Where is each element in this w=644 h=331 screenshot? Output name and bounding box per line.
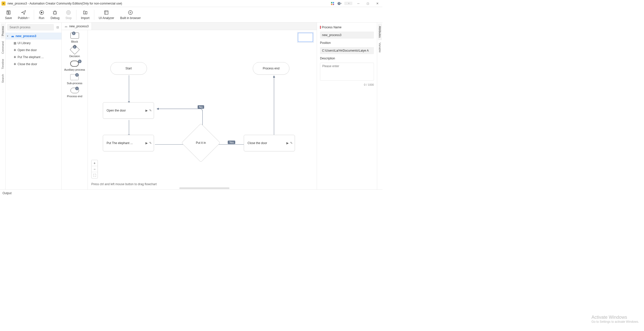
properties-panel: Process Name Position Description 0 / 10… <box>317 23 377 189</box>
node-close-door[interactable]: Close the door ▶✎ <box>244 135 295 151</box>
statusbar: Output <box>0 189 382 196</box>
svg-point-7 <box>8 12 9 14</box>
palette-end[interactable]: 1 Process end <box>67 88 82 98</box>
ui-analyzer-button[interactable]: UI Analyzer <box>96 9 117 21</box>
play-icon[interactable]: ▶ <box>286 141 289 145</box>
stack-icon: ❖ <box>13 62 17 66</box>
tree-root[interactable]: ▾ ⅏ new_process3 <box>6 33 61 40</box>
center-area: ⅏ new_process3 3 Block 1 Decision 0 <box>62 23 317 189</box>
zoom-in-button[interactable]: + <box>92 160 98 166</box>
palette-decision[interactable]: 1 Decision <box>69 46 80 58</box>
process-tree-panel: ⊟ ▾ ⅏ new_process3 ▦ UI Library ❖ Open t… <box>6 23 62 189</box>
minimap[interactable] <box>297 32 314 43</box>
decision-shape-icon <box>70 45 80 55</box>
run-icon <box>39 10 44 15</box>
svg-rect-11 <box>68 12 69 13</box>
canvas-hint: Press ctrl and left mouse button to drag… <box>91 182 157 186</box>
play-icon[interactable]: ▶ <box>145 109 148 112</box>
edit-icon[interactable]: ✎ <box>149 141 152 145</box>
svg-text:B: B <box>130 11 131 14</box>
separator <box>94 10 94 20</box>
svg-rect-2 <box>331 4 332 5</box>
stop-button: Stop <box>62 9 75 21</box>
aux-shape-icon <box>70 61 79 67</box>
ui-analyzer-icon <box>104 10 109 15</box>
description-label: Description <box>320 57 374 60</box>
help-icon[interactable]: ?▾ <box>337 1 342 6</box>
maximize-button[interactable]: ◻ <box>364 1 371 6</box>
svg-point-9 <box>54 11 56 14</box>
save-icon <box>6 10 11 15</box>
process-name-label: Process Name <box>320 26 374 29</box>
browser-button[interactable]: B Built in browser <box>117 9 144 21</box>
position-input[interactable] <box>320 47 374 54</box>
save-button[interactable]: Save <box>2 9 15 21</box>
publish-button[interactable]: Publish▾ <box>15 9 32 21</box>
separator <box>76 10 76 20</box>
output-label[interactable]: Output <box>3 191 12 195</box>
vtab-timeline[interactable]: Timeline <box>1 56 5 72</box>
palette-block[interactable]: 3 Block <box>70 33 79 43</box>
vtab-attributes[interactable]: Attributes <box>378 24 382 40</box>
process-name-input[interactable] <box>320 32 374 39</box>
vtab-variable[interactable]: Variable <box>378 40 382 55</box>
play-icon[interactable]: ▶ <box>145 141 148 145</box>
search-process-input[interactable] <box>7 24 54 31</box>
node-put-elephant[interactable]: Put The elephant ... ▶✎ <box>103 135 154 151</box>
position-label: Position <box>320 41 374 45</box>
svg-point-10 <box>66 11 70 15</box>
left-vertical-tabs: Process Command Timeline Search <box>0 23 6 189</box>
stop-icon <box>66 10 71 15</box>
zoom-out-button[interactable]: − <box>92 166 98 172</box>
tree-item-close-door[interactable]: ❖ Close the door <box>12 61 61 68</box>
edge-yes-label: Yes <box>228 141 235 144</box>
tab-new-process3[interactable]: ⅏ new_process3 <box>62 23 92 30</box>
palette-sub[interactable]: 0 Sub-process <box>67 74 83 85</box>
node-decision[interactable]: Put it in <box>187 129 215 157</box>
chevron-down-icon: ▾ <box>7 35 10 37</box>
palette-aux[interactable]: 0 Auxiliary process <box>64 61 85 71</box>
close-button[interactable]: ✕ <box>374 1 381 6</box>
edit-icon[interactable]: ✎ <box>290 141 293 145</box>
node-palette: 3 Block 1 Decision 0 Auxiliary process 0 <box>62 30 88 189</box>
separator <box>34 10 34 20</box>
run-button[interactable]: Run <box>36 9 48 21</box>
tree-item-ui-library[interactable]: ▦ UI Library <box>12 40 61 47</box>
svg-rect-12 <box>105 11 108 14</box>
titlebar: A new_process3 - Automation Creator Comm… <box>0 0 382 7</box>
stack-icon: ❖ <box>13 55 17 59</box>
svg-text:?: ? <box>338 2 340 5</box>
publish-icon <box>21 10 26 15</box>
right-vertical-tabs: Attributes Variable <box>377 23 382 189</box>
edit-icon[interactable]: ✎ <box>149 109 152 112</box>
app-icon: A <box>2 2 6 6</box>
user-menu[interactable]: ▾ <box>344 2 352 5</box>
node-start[interactable]: Start <box>110 62 147 75</box>
window-title: new_process3 - Automation Creator Commun… <box>8 2 330 5</box>
flow-icon: ⅏ <box>11 34 15 38</box>
tree-item-put-elephant[interactable]: ❖ Put The elephant ... <box>12 54 61 61</box>
char-count: 0 / 1000 <box>320 83 374 86</box>
zoom-controls: + − ⛶ <box>91 160 98 178</box>
vtab-process[interactable]: Process <box>1 24 5 39</box>
node-end[interactable]: Process end <box>253 62 289 75</box>
import-button[interactable]: Import <box>78 9 93 21</box>
minimize-button[interactable]: ─ <box>355 1 362 6</box>
vtab-search[interactable]: Search <box>1 72 5 85</box>
svg-rect-1 <box>333 2 334 3</box>
debug-button[interactable]: Debug <box>48 9 62 21</box>
flow-canvas[interactable]: Start Open the door ▶✎ Put The elephant … <box>88 30 317 189</box>
toolbar: Save Publish▾ Run Debug Stop Import UI A… <box>0 7 382 23</box>
tabstrip: ⅏ new_process3 <box>62 23 317 30</box>
tree-item-open-door[interactable]: ❖ Open the door <box>12 47 61 54</box>
svg-rect-3 <box>333 4 334 5</box>
stack-icon: ❖ <box>13 48 17 52</box>
svg-rect-0 <box>331 2 332 3</box>
horizontal-scrollbar[interactable] <box>179 187 229 189</box>
collapse-tree-icon[interactable]: ⊟ <box>55 26 60 29</box>
apps-icon[interactable] <box>330 1 335 6</box>
node-open-door[interactable]: Open the door ▶✎ <box>103 102 154 119</box>
description-textarea[interactable] <box>320 63 374 81</box>
zoom-fit-button[interactable]: ⛶ <box>92 172 98 178</box>
vtab-command[interactable]: Command <box>1 39 5 56</box>
